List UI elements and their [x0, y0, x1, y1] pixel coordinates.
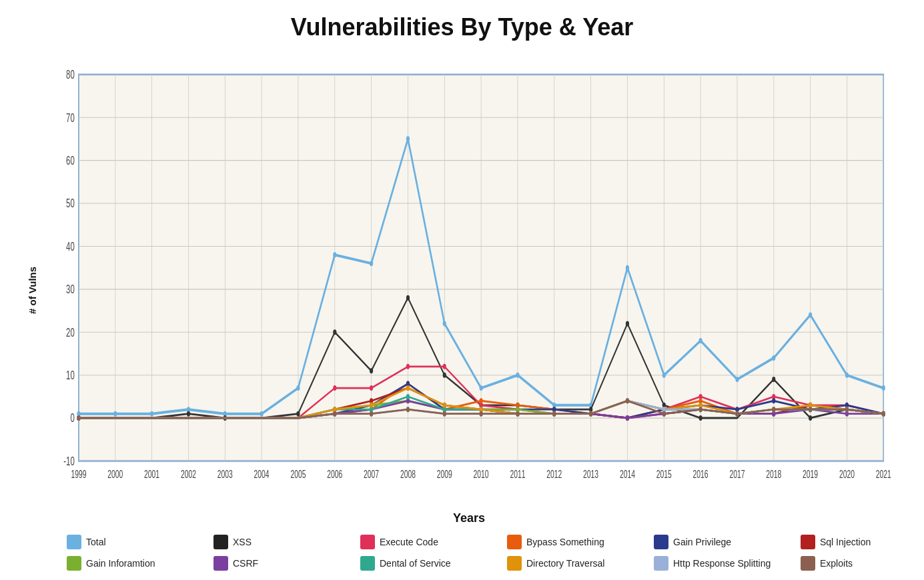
- legend-swatch: [67, 535, 81, 549]
- svg-text:-10: -10: [63, 455, 74, 467]
- svg-wrap: -100102030405060708019992000200120022003…: [41, 53, 897, 509]
- svg-text:1999: 1999: [71, 469, 86, 481]
- svg-point-93: [296, 411, 300, 417]
- svg-text:80: 80: [66, 69, 75, 81]
- svg-text:2009: 2009: [437, 469, 452, 481]
- svg-point-156: [772, 398, 775, 403]
- svg-point-203: [626, 415, 629, 421]
- legend-item: Gain Inforamtion: [67, 556, 213, 571]
- legend-label: CSRF: [233, 558, 258, 569]
- y-axis-label: # of Vulns: [27, 53, 38, 527]
- chart-title: Vulnerabilities By Type & Year: [291, 13, 634, 41]
- svg-text:2005: 2005: [290, 469, 306, 481]
- svg-point-79: [516, 373, 519, 378]
- svg-point-273: [699, 407, 703, 412]
- svg-text:2001: 2001: [144, 469, 159, 481]
- legend-label: Bypass Something: [526, 537, 604, 547]
- legend-swatch: [360, 535, 375, 549]
- svg-point-86: [772, 355, 775, 361]
- svg-point-106: [809, 415, 812, 421]
- svg-point-230: [370, 403, 373, 408]
- svg-point-78: [480, 385, 483, 391]
- svg-point-97: [443, 373, 446, 378]
- svg-text:30: 30: [66, 283, 75, 296]
- svg-text:2019: 2019: [803, 469, 818, 481]
- svg-point-277: [845, 407, 849, 412]
- svg-text:2014: 2014: [620, 469, 635, 481]
- svg-point-270: [589, 411, 592, 417]
- svg-point-269: [552, 411, 556, 417]
- svg-point-131: [480, 398, 483, 403]
- svg-point-68: [113, 411, 117, 417]
- svg-point-110: [333, 385, 336, 391]
- legend-swatch: [507, 556, 522, 571]
- legend-item: Bypass Something: [507, 535, 654, 549]
- svg-text:2016: 2016: [693, 469, 709, 481]
- svg-point-214: [406, 394, 410, 399]
- legend-swatch: [654, 535, 668, 549]
- svg-point-266: [443, 411, 446, 417]
- svg-point-267: [480, 411, 483, 417]
- svg-point-113: [443, 364, 446, 369]
- legend-item: Http Response Splitting: [654, 556, 801, 571]
- svg-point-262: [77, 415, 80, 421]
- svg-point-274: [735, 411, 739, 417]
- svg-point-76: [406, 136, 410, 141]
- legend-item: XSS: [213, 535, 360, 549]
- legend-label: Gain Inforamtion: [86, 558, 155, 569]
- svg-text:2000: 2000: [107, 469, 123, 481]
- legend-swatch: [507, 535, 522, 549]
- legend-item: CSRF: [213, 556, 360, 571]
- svg-point-278: [882, 411, 885, 417]
- svg-text:2008: 2008: [400, 469, 416, 481]
- svg-point-104: [699, 415, 703, 421]
- legend-item: Dental of Service: [360, 556, 507, 571]
- legend-label: Total: [86, 537, 106, 547]
- legend: TotalXSSExecute CodeBypass SomethingGain…: [27, 527, 897, 573]
- legend-swatch: [213, 556, 228, 571]
- svg-point-87: [809, 313, 812, 318]
- svg-point-105: [772, 377, 775, 382]
- svg-text:0: 0: [70, 412, 74, 425]
- svg-point-232: [443, 403, 446, 408]
- svg-text:2006: 2006: [327, 469, 342, 481]
- svg-text:2015: 2015: [656, 469, 672, 481]
- svg-point-112: [406, 364, 410, 369]
- legend-swatch: [801, 556, 815, 571]
- svg-point-77: [443, 321, 446, 326]
- svg-point-83: [662, 373, 666, 378]
- svg-text:2013: 2013: [583, 469, 598, 481]
- legend-label: Sql Injection: [820, 537, 871, 547]
- svg-text:2011: 2011: [510, 469, 525, 481]
- svg-text:2007: 2007: [364, 469, 379, 481]
- svg-point-271: [626, 398, 629, 403]
- svg-text:2010: 2010: [474, 469, 489, 481]
- legend-item: Execute Code: [360, 535, 507, 549]
- svg-text:70: 70: [66, 111, 75, 124]
- legend-item: Gain Privilege: [654, 535, 801, 549]
- svg-point-73: [296, 385, 300, 391]
- svg-text:2003: 2003: [217, 469, 233, 481]
- chart-container: # of Vulns -1001020304050607080199920002…: [27, 53, 897, 527]
- svg-point-264: [370, 411, 373, 417]
- svg-text:2017: 2017: [729, 469, 745, 481]
- svg-text:50: 50: [66, 197, 75, 210]
- svg-point-231: [406, 385, 410, 391]
- svg-point-96: [406, 295, 410, 301]
- svg-text:2018: 2018: [766, 469, 781, 481]
- legend-swatch: [213, 535, 228, 549]
- legend-label: Exploits: [820, 558, 853, 569]
- legend-label: Http Response Splitting: [673, 558, 771, 569]
- svg-point-263: [333, 411, 336, 417]
- svg-point-276: [809, 407, 812, 412]
- svg-point-268: [516, 411, 519, 417]
- svg-text:10: 10: [66, 369, 75, 382]
- legend-item: Sql Injection: [801, 535, 924, 549]
- svg-point-102: [626, 321, 629, 326]
- svg-text:40: 40: [66, 240, 75, 253]
- legend-label: Execute Code: [380, 537, 438, 547]
- legend-item: Exploits: [801, 556, 924, 571]
- legend-swatch: [67, 556, 81, 571]
- svg-text:60: 60: [66, 155, 75, 167]
- legend-item: Total: [67, 535, 213, 549]
